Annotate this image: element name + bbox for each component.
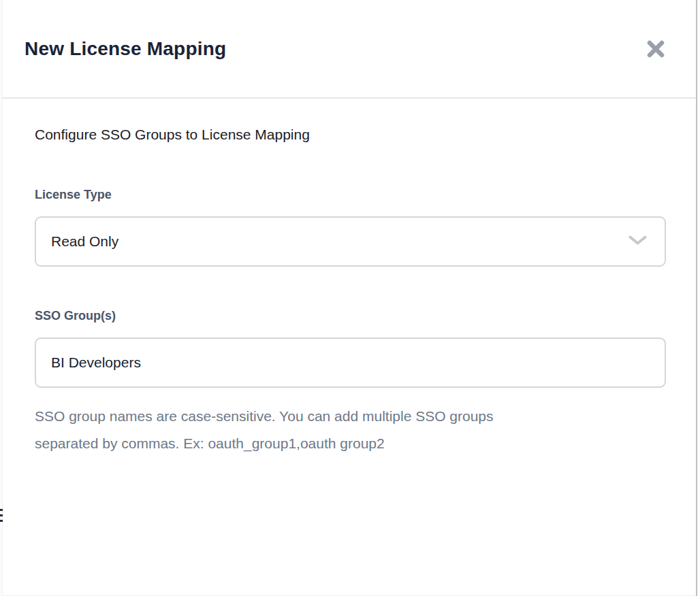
sso-group-input[interactable] bbox=[35, 337, 666, 388]
background-clipped-list-icon bbox=[0, 509, 3, 525]
form-heading: Configure SSO Groups to License Mapping bbox=[35, 127, 666, 143]
license-type-selected-value: Read Only bbox=[51, 233, 118, 250]
new-license-mapping-modal: New License Mapping Configure SSO Groups… bbox=[2, 0, 696, 596]
background-dash bbox=[0, 509, 3, 511]
license-type-label: License Type bbox=[35, 188, 666, 202]
modal-header: New License Mapping bbox=[3, 0, 696, 99]
modal-body: Configure SSO Groups to License Mapping … bbox=[3, 127, 696, 457]
close-icon bbox=[646, 51, 666, 61]
chevron-down-icon bbox=[629, 235, 647, 248]
sso-group-help-text: SSO group names are case-sensitive. You … bbox=[35, 403, 545, 457]
background-dash bbox=[0, 514, 3, 516]
background-page-edge bbox=[696, 0, 700, 596]
background-dash bbox=[0, 520, 3, 522]
sso-group-label: SSO Group(s) bbox=[35, 309, 666, 323]
close-button[interactable] bbox=[643, 36, 669, 62]
modal-title: New License Mapping bbox=[25, 38, 226, 60]
license-type-select[interactable]: Read Only bbox=[35, 216, 666, 267]
